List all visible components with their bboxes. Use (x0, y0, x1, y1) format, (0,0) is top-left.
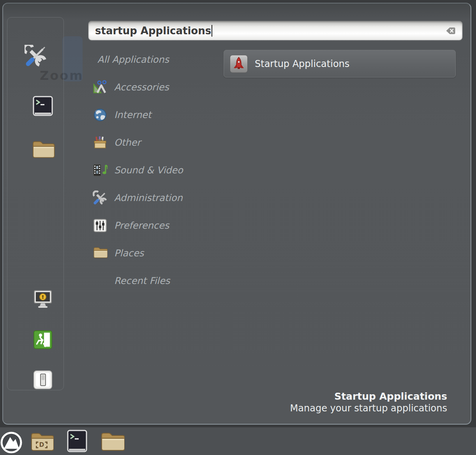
other-icon (93, 135, 108, 150)
sidebar-item-terminal[interactable] (33, 96, 53, 118)
internet-icon (93, 108, 108, 122)
taskbar-item-desktop-folder[interactable]: D (30, 430, 54, 454)
category-label: Preferences (114, 220, 169, 231)
clear-search-icon[interactable] (443, 26, 456, 35)
category-label: Other (114, 137, 141, 148)
taskbar-item-files[interactable] (100, 430, 125, 454)
shutdown-icon (33, 384, 53, 392)
taskbar: D (0, 427, 476, 455)
category-label: Sound & Video (114, 165, 183, 176)
sidebar-item-logout[interactable] (33, 330, 53, 351)
sidebar-item-shutdown[interactable] (33, 370, 53, 392)
administration-icon (93, 190, 108, 205)
sidebar-item-system-tools[interactable] (25, 45, 47, 69)
sidebar-item-home-folder[interactable] (31, 139, 55, 161)
search-input[interactable]: startup Applications (88, 21, 463, 41)
category-label: Internet (114, 109, 151, 120)
detail-panel: Startup Applications Manage your startup… (290, 390, 447, 414)
taskbar-item-menu[interactable] (0, 431, 23, 455)
result-item-startup-applications[interactable]: Startup Applications (224, 50, 456, 78)
accessories-icon (93, 80, 108, 95)
category-label: Places (114, 248, 144, 259)
category-item-internet[interactable]: Internet (93, 106, 221, 123)
category-label: Accessories (114, 82, 169, 93)
desktop-folder-icon: D (30, 446, 54, 454)
category-item-accessories[interactable]: Accessories (93, 79, 221, 96)
folder-icon (31, 153, 55, 161)
sidebar (7, 17, 64, 390)
search-input-value: startup Applications (88, 25, 211, 37)
folder-icon (100, 446, 125, 454)
terminal-icon (33, 110, 53, 118)
sound-video-icon (93, 163, 108, 178)
svg-text:D: D (39, 441, 44, 448)
category-item-preferences[interactable]: Preferences (93, 217, 221, 234)
category-label: Recent Files (114, 275, 170, 286)
detail-title: Startup Applications (290, 390, 447, 402)
preferences-icon (93, 218, 108, 233)
lock-screen-icon (32, 303, 53, 311)
category-item-places[interactable]: Places (93, 245, 221, 262)
taskbar-item-terminal[interactable] (67, 430, 87, 455)
system-tools-icon (25, 62, 47, 69)
result-label: Startup Applications (255, 58, 349, 69)
text-caret (212, 25, 212, 37)
category-item-other[interactable]: Other (93, 134, 221, 151)
category-item-administration[interactable]: Administration (93, 189, 221, 206)
terminal-icon (67, 447, 87, 455)
mint-logo-icon (0, 448, 23, 455)
detail-subtitle: Manage your startup applications (290, 402, 447, 414)
desktop: Zoom startup Applications (0, 0, 476, 455)
category-item-sound-video[interactable]: Sound & Video (93, 162, 221, 179)
category-item-all-applications[interactable]: All Applications (97, 51, 226, 68)
logout-icon (33, 344, 53, 351)
places-icon (93, 246, 108, 261)
category-label: All Applications (97, 54, 169, 65)
category-item-recent-files[interactable]: Recent Files (93, 272, 221, 289)
startup-rocket-icon (230, 55, 248, 73)
sidebar-item-lock-screen[interactable] (32, 288, 53, 311)
category-icon-spacer (93, 273, 108, 288)
category-label: Administration (114, 192, 183, 203)
